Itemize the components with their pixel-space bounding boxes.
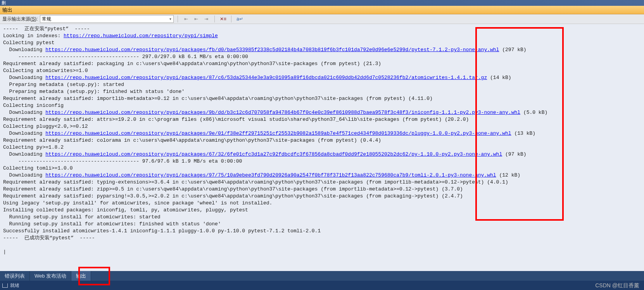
output-line: ----------------------------------------… bbox=[3, 158, 641, 165]
output-line: ----- 已成功安装“pytest” ----- bbox=[3, 235, 641, 242]
status-text: 就绪 bbox=[10, 282, 19, 289]
output-toolbar: 显示输出来源(S): 常规 ▼ ⇤ ⇤ ⇥ ✕≡ a↵ bbox=[0, 14, 644, 24]
toolbar-separator bbox=[231, 15, 231, 22]
output-line: Collecting pytest bbox=[3, 39, 641, 46]
bottom-tab-bar: 错误列表 Web 发布活动 输出 bbox=[0, 271, 644, 281]
output-link[interactable]: https://repo.huaweicloud.com/repository/… bbox=[45, 172, 496, 178]
output-line: Using legacy 'setup.py install' for atom… bbox=[3, 200, 641, 207]
output-line: Installing collected packages: iniconfig… bbox=[3, 207, 641, 214]
output-line: Requirement already satisfied: colorama … bbox=[3, 137, 641, 144]
output-line: Preparing metadata (setup.py): finished … bbox=[3, 88, 641, 95]
tab-output[interactable]: 输出 bbox=[71, 271, 91, 281]
output-source-value: 常规 bbox=[42, 16, 51, 22]
tab-error-list[interactable]: 错误列表 bbox=[0, 271, 30, 281]
tab-web-publish[interactable]: Web 发布活动 bbox=[30, 271, 71, 281]
output-line: Collecting py>=1.8.2 bbox=[3, 144, 641, 151]
output-line: Downloading https://repo.huaweicloud.com… bbox=[3, 46, 641, 53]
chevron-down-icon: ▼ bbox=[169, 17, 172, 21]
indent-right-icon[interactable]: ⇥ bbox=[202, 15, 211, 23]
output-line: Requirement already satisfied: attrs>=19… bbox=[3, 116, 641, 123]
output-line: Collecting iniconfig bbox=[3, 102, 641, 109]
status-indicator-icon bbox=[2, 283, 8, 288]
output-link[interactable]: https://repo.huaweicloud.com/repository/… bbox=[45, 151, 502, 157]
output-line: Requirement already satisfied: typing-ex… bbox=[3, 179, 641, 186]
output-panel-header: 输出 bbox=[0, 6, 644, 14]
output-line: Downloading https://repo.huaweicloud.com… bbox=[3, 74, 641, 81]
output-source-label: 显示输出来源(S): bbox=[2, 16, 38, 22]
output-line: Requirement already satisfied: packaging… bbox=[3, 60, 641, 67]
output-line: Running setup.py install for atomicwrite… bbox=[3, 214, 641, 221]
output-source-select[interactable]: 常规 ▼ bbox=[40, 15, 174, 23]
output-line: ----------------------------------------… bbox=[3, 53, 641, 60]
output-line: Collecting tomli>=1.0.0 bbox=[3, 165, 641, 172]
toolbar-separator bbox=[214, 15, 215, 22]
status-bar: 就绪 bbox=[0, 281, 644, 290]
output-text-area[interactable]: ----- 正在安装“pytest” -----Looking in index… bbox=[0, 24, 644, 266]
output-line: Requirement already satisfied: pyparsing… bbox=[3, 193, 641, 200]
window-title-bar: 删 bbox=[0, 0, 644, 6]
output-line: Downloading https://repo.huaweicloud.com… bbox=[3, 151, 641, 158]
output-link[interactable]: https://repo.huaweicloud.com/repository/… bbox=[45, 47, 499, 53]
toggle-wrap-icon[interactable]: a↵ bbox=[235, 15, 244, 23]
output-line: Downloading https://repo.huaweicloud.com… bbox=[3, 109, 641, 116]
output-line: Downloading https://repo.huaweicloud.com… bbox=[3, 172, 641, 179]
output-line: Looking in indexes: https://repo.huaweic… bbox=[3, 33, 641, 39]
output-line: Downloading https://repo.huaweicloud.com… bbox=[3, 130, 641, 137]
clear-all-icon[interactable]: ✕≡ bbox=[219, 15, 227, 23]
output-link[interactable]: https://repo.huaweicloud.com/repository/… bbox=[45, 110, 520, 115]
output-link[interactable]: https://repo.huaweicloud.com/repository/… bbox=[64, 33, 218, 39]
output-line: Successfully installed atomicwrites-1.4.… bbox=[3, 228, 641, 235]
text-caret: | bbox=[3, 249, 641, 256]
toolbar-separator bbox=[178, 15, 178, 22]
output-line: Requirement already satisfied: zipp>=0.5… bbox=[3, 186, 641, 193]
indent-left2-icon[interactable]: ⇤ bbox=[192, 15, 200, 23]
output-line: Running setup.py install for atomicwrite… bbox=[3, 221, 641, 228]
output-line: Collecting pluggy<2.0,>=0.12 bbox=[3, 123, 641, 130]
watermark-text: CSDN @红目香薰 bbox=[595, 282, 639, 289]
output-link[interactable]: https://repo.huaweicloud.com/repository/… bbox=[45, 130, 511, 136]
output-line: Preparing metadata (setup.py): started bbox=[3, 81, 641, 88]
indent-left-icon[interactable]: ⇤ bbox=[182, 15, 190, 23]
output-line: Requirement already satisfied: importlib… bbox=[3, 95, 641, 102]
output-line: Collecting atomicwrites>=1.0 bbox=[3, 67, 641, 74]
output-link[interactable]: https://repo.huaweicloud.com/repository/… bbox=[45, 75, 487, 81]
output-line: ----- 正在安装“pytest” ----- bbox=[3, 26, 641, 33]
